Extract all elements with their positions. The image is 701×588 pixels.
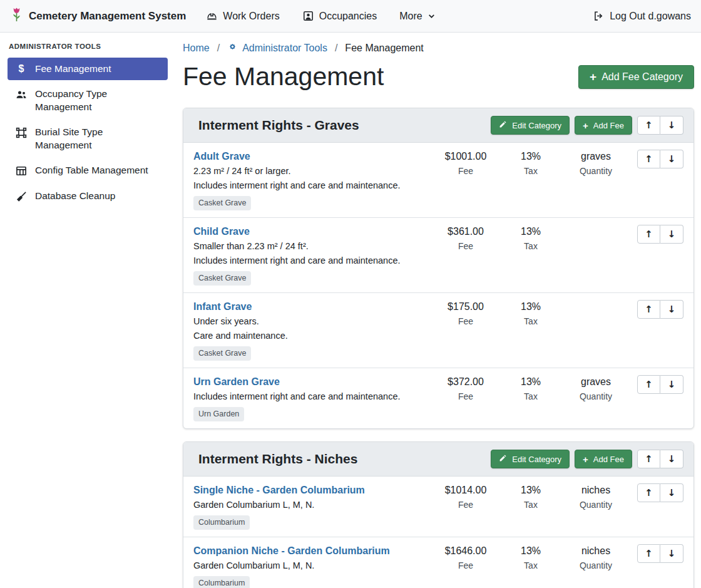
vector-square-icon	[15, 126, 28, 139]
tax-label: Tax	[498, 166, 563, 176]
edit-category-button[interactable]: Edit Category	[491, 116, 570, 135]
sidebar-item-label: Occupancy Type Management	[35, 88, 160, 113]
fee-row: Urn Garden Grave Includes interment righ…	[183, 368, 693, 428]
move-up-button[interactable]: ↑	[637, 300, 660, 319]
nav-item-work-orders[interactable]: Work Orders	[206, 10, 279, 22]
tax-label: Tax	[498, 560, 563, 570]
sidebar-item-label: Burial Site Type Management	[35, 126, 160, 152]
chevron-down-icon	[427, 12, 436, 20]
fee-row: Single Niche - Garden Columbarium Garden…	[183, 477, 693, 537]
move-down-button[interactable]: ↓	[660, 300, 683, 319]
edit-category-label: Edit Category	[512, 455, 561, 464]
add-fee-label: Add Fee	[593, 455, 624, 464]
sidebar-item-label: Database Cleanup	[35, 190, 115, 202]
sign-out-icon	[593, 10, 605, 22]
move-up-button[interactable]: ↑	[637, 375, 660, 394]
move-up-button[interactable]: ↑	[637, 483, 660, 502]
top-navbar: Cemetery Management System Work Orders M…	[0, 0, 701, 33]
tax-value: 13%	[498, 483, 563, 497]
add-fee-button[interactable]: + Add Fee	[575, 116, 632, 135]
quantity-column: graves Quantity	[563, 375, 628, 401]
breadcrumb: Home / Administrator Tools / Fee Managem…	[183, 41, 694, 54]
quantity-value: graves	[563, 150, 628, 163]
add-fee-category-button[interactable]: + Add Fee Category	[578, 65, 694, 89]
logout-label: Log Out d.gowans	[610, 11, 691, 22]
category-move-up-button[interactable]: ↑	[637, 450, 660, 468]
move-down-button[interactable]: ↓	[660, 544, 683, 563]
fee-info: Adult Grave 2.23 m² / 24 ft² or larger. …	[193, 150, 433, 210]
broom-icon	[15, 190, 28, 203]
nav-item-more[interactable]: More	[399, 11, 435, 22]
breadcrumb-home-link[interactable]: Home	[183, 43, 210, 54]
category-title: Interment Rights - Niches	[193, 451, 486, 467]
fee-name-link[interactable]: Companion Niche - Garden Columbarium	[193, 544, 390, 557]
breadcrumb-separator: /	[217, 43, 220, 54]
users-icon	[15, 88, 28, 101]
page-title: Fee Management	[183, 62, 384, 91]
tulip-flower-icon	[10, 6, 23, 26]
fee-description: Smaller than 2.23 m² / 24 ft².	[193, 240, 427, 252]
fee-label: Fee	[433, 560, 498, 570]
logout-link[interactable]: Log Out d.gowans	[593, 10, 691, 22]
dollar-icon: $	[15, 63, 28, 75]
fee-amount: $1014.00	[433, 483, 498, 497]
category-reorder-controls: ↑ ↓	[637, 116, 683, 135]
move-up-button[interactable]: ↑	[637, 225, 660, 244]
fee-description: Includes interment right and care and ma…	[193, 179, 427, 192]
nav-item-occupancies[interactable]: More Occupancies	[302, 10, 377, 22]
fee-description: Includes interment right and care and ma…	[193, 390, 427, 403]
category-move-down-button[interactable]: ↓	[660, 116, 683, 135]
fee-type-badge: Urn Garden	[193, 407, 244, 421]
fee-name-link[interactable]: Infant Grave	[193, 300, 252, 313]
sidebar-item-database-cleanup[interactable]: Database Cleanup	[8, 185, 168, 208]
fee-description: Garden Columbarium L, M, N.	[193, 498, 427, 511]
breadcrumb-admin-tools-link[interactable]: Administrator Tools	[227, 41, 327, 54]
move-up-button[interactable]: ↑	[637, 150, 660, 168]
fee-name-link[interactable]: Single Niche - Garden Columbarium	[193, 483, 365, 497]
tax-column: 13% Tax	[498, 300, 563, 326]
fee-description: Under six years.	[193, 315, 427, 328]
fee-name-link[interactable]: Urn Garden Grave	[193, 375, 280, 388]
tax-column: 13% Tax	[498, 544, 563, 570]
move-down-button[interactable]: ↓	[660, 375, 683, 394]
move-up-button[interactable]: ↑	[637, 544, 660, 563]
tax-label: Tax	[498, 241, 563, 251]
category-header: Interment Rights - Graves Edit Category …	[183, 108, 693, 143]
category-move-down-button[interactable]: ↓	[660, 450, 683, 468]
fee-name-link[interactable]: Child Grave	[193, 225, 250, 238]
quantity-column: niches Quantity	[563, 544, 628, 570]
fee-info: Child Grave Smaller than 2.23 m² / 24 ft…	[193, 225, 433, 286]
breadcrumb-current: Fee Management	[345, 43, 423, 54]
move-down-button[interactable]: ↓	[660, 483, 683, 502]
tax-value: 13%	[498, 225, 563, 238]
fee-info: Companion Niche - Garden Columbarium Gar…	[193, 544, 433, 588]
category-reorder-controls: ↑ ↓	[637, 450, 683, 468]
category-move-up-button[interactable]: ↑	[637, 116, 660, 135]
move-down-button[interactable]: ↓	[660, 150, 683, 168]
fee-amount-column: $1014.00 Fee	[433, 483, 498, 510]
category-title: Interment Rights - Graves	[193, 118, 486, 133]
fee-description: 2.23 m² / 24 ft² or larger.	[193, 165, 427, 177]
sidebar-item-config-table-management[interactable]: Config Table Management	[8, 159, 168, 182]
hard-hat-icon	[206, 10, 218, 22]
nav-item-label: Work Orders	[223, 11, 279, 22]
fee-amount-column: $361.00 Fee	[433, 225, 498, 251]
quantity-value: graves	[563, 375, 628, 388]
quantity-column: graves Quantity	[563, 150, 628, 176]
sidebar-item-occupancy-type-management[interactable]: Occupancy Type Management	[8, 83, 168, 118]
fee-info: Single Niche - Garden Columbarium Garden…	[193, 483, 433, 530]
fee-name-link[interactable]: Adult Grave	[193, 150, 250, 163]
fee-label: Fee	[433, 166, 498, 176]
tax-label: Tax	[498, 391, 563, 401]
fee-info: Infant Grave Under six years. Care and m…	[193, 300, 433, 361]
tax-column: 13% Tax	[498, 150, 563, 176]
add-fee-button[interactable]: + Add Fee	[575, 450, 632, 468]
edit-category-button[interactable]: Edit Category	[491, 450, 570, 468]
fee-amount-column: $372.00 Fee	[433, 375, 498, 401]
sidebar-item-fee-management[interactable]: $ Fee Management	[8, 58, 168, 80]
move-down-button[interactable]: ↓	[660, 225, 683, 244]
fee-type-badge: Casket Grave	[193, 271, 251, 286]
sidebar-item-burial-site-type-management[interactable]: Burial Site Type Management	[8, 121, 168, 157]
breadcrumb-separator: /	[335, 43, 337, 54]
quantity-label: Quantity	[563, 166, 628, 176]
